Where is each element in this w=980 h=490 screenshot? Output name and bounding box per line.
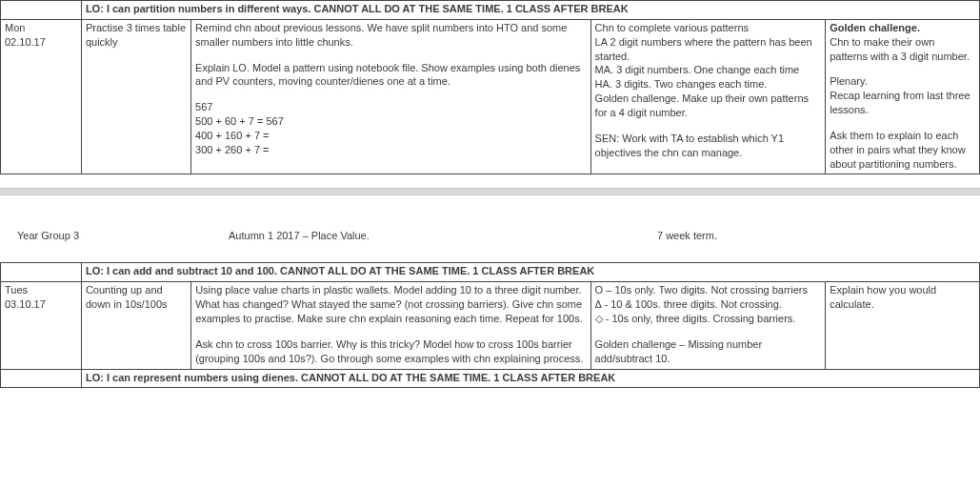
plenary-cell: Golden challenge. Chn to make their own …: [826, 19, 980, 174]
lo-text-1: LO: I can partition numbers in different…: [81, 1, 979, 20]
lo-row-3: LO: I can represent numbers using dienes…: [1, 369, 980, 388]
task-paragraph: ◇ - 10s only, three digits. Crossing bar…: [595, 312, 822, 326]
page-header: Year Group 3 Autumn 1 2017 – Place Value…: [0, 195, 980, 262]
task-paragraph: LA 2 digit numbers where the pattern has…: [595, 35, 822, 64]
task-paragraph: Δ - 10 & 100s. three digits. Not crossin…: [595, 297, 822, 312]
lo-row-1: LO: I can partition numbers in different…: [1, 1, 980, 20]
lesson-row-mon: Mon 02.10.17 Practise 3 times table quic…: [1, 19, 980, 174]
plenary-paragraph: Plenary.: [830, 74, 975, 89]
date-cell: Tues 03.10.17: [1, 282, 82, 369]
task-paragraph: Golden challenge – Missing number add/su…: [595, 337, 822, 366]
plenary-paragraph: Ask them to explain to each other in pai…: [830, 129, 975, 172]
main-cell: Remind chn about previous lessons. We ha…: [191, 19, 590, 174]
calc-line: 567: [195, 100, 586, 114]
plenary-cell: Explain how you would calculate.: [826, 282, 980, 369]
main-paragraph: Explain LO. Model a pattern using notebo…: [195, 61, 586, 90]
main-paragraph: Remind chn about previous lessons. We ha…: [195, 21, 586, 50]
task-paragraph: MA. 3 digit numbers. One change each tim…: [595, 63, 822, 77]
lo-row-2: LO: I can add and subtract 10 and 100. C…: [1, 263, 980, 282]
day-label: Tues: [5, 283, 77, 297]
main-paragraph: Using place value charts in plastic wall…: [195, 283, 586, 326]
plenary-heading: Golden challenge.: [830, 21, 975, 35]
starter-cell: Counting up and down in 10s/100s: [81, 282, 190, 369]
plenary-paragraph: Recap learning from last three lessons.: [830, 89, 975, 117]
starter-cell: Practise 3 times table quickly: [81, 19, 190, 174]
calc-line: 300 + 260 + 7 =: [195, 143, 586, 157]
page-break: [0, 188, 980, 195]
year-group-label: Year Group 3: [10, 230, 229, 241]
lesson-table-1: LO: I can partition numbers in different…: [0, 0, 980, 174]
plenary-paragraph: Chn to make their own patterns with a 3 …: [830, 35, 975, 64]
lo-text-2: LO: I can add and subtract 10 and 100. C…: [81, 263, 979, 282]
task-paragraph: HA. 3 digits. Two changes each time.: [595, 77, 822, 92]
lesson-row-tues: Tues 03.10.17 Counting up and down in 10…: [1, 282, 980, 369]
date-label: 03.10.17: [5, 297, 77, 312]
lo-text-3: LO: I can represent numbers using dienes…: [81, 369, 979, 388]
term-label: Autumn 1 2017 – Place Value.: [229, 230, 657, 241]
main-cell: Using place value charts in plastic wall…: [191, 282, 590, 369]
date-cell: Mon 02.10.17: [1, 19, 82, 174]
task-paragraph: SEN: Work with TA to establish which Y1 …: [595, 132, 822, 160]
task-cell: O – 10s only. Two digits. Not crossing b…: [590, 282, 826, 369]
task-paragraph: O – 10s only. Two digits. Not crossing b…: [595, 283, 822, 297]
task-paragraph: Chn to complete various patterns: [595, 21, 822, 35]
calc-line: 500 + 60 + 7 = 567: [195, 114, 586, 129]
task-cell: Chn to complete various patterns LA 2 di…: [590, 19, 826, 174]
lesson-table-2: LO: I can add and subtract 10 and 100. C…: [0, 262, 980, 388]
task-paragraph: Golden challenge. Make up their own patt…: [595, 92, 822, 120]
day-label: Mon: [5, 21, 77, 35]
main-paragraph: Ask chn to cross 100s barrier. Why is th…: [195, 337, 586, 366]
calc-line: 400 + 160 + 7 =: [195, 129, 586, 143]
weeks-label: 7 week term.: [657, 230, 717, 241]
date-label: 02.10.17: [5, 35, 77, 50]
